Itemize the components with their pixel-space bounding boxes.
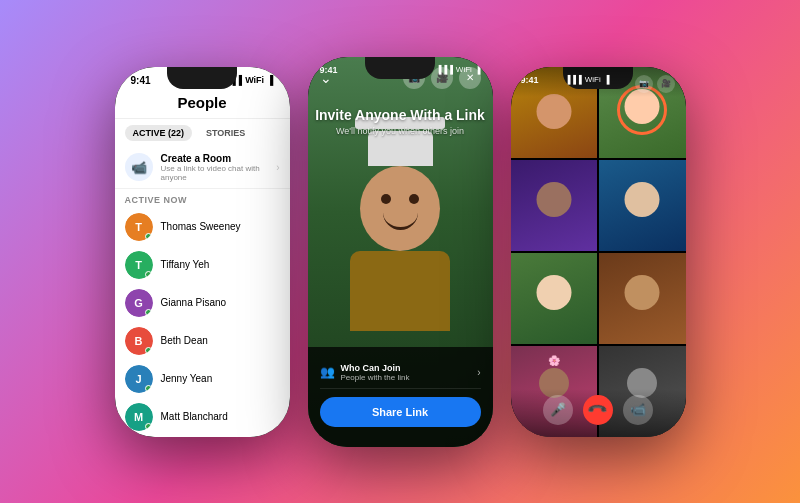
create-room-sub: Use a link to video chat with anyone (161, 164, 269, 182)
online-dot-5 (145, 385, 152, 392)
create-room-text: Create a Room Use a link to video chat w… (161, 153, 269, 182)
center-battery-icon: ▐ (475, 65, 481, 75)
invite-title: Invite Anyone With a Link (308, 107, 493, 123)
video-3-bg (511, 160, 598, 251)
contact-row-2[interactable]: T Tiffany Yeh (115, 246, 290, 284)
left-header: People (115, 90, 290, 119)
avatar-1: T (125, 213, 153, 241)
face-1 (536, 94, 571, 129)
center-status-row: 9:41 ▐▐▐ WiFi ▐ (320, 65, 481, 75)
contact-row-3[interactable]: G Gianna Pisano (115, 284, 290, 322)
eyes (360, 166, 440, 204)
stories-tab[interactable]: STORIES (198, 125, 253, 141)
camera-icon[interactable]: 📷 (635, 75, 653, 93)
avatar-6: M (125, 403, 153, 431)
phone-right: 🌸 9:41 ▐▐▐ WiFi ▐ 📷 🎥 (511, 67, 686, 437)
invite-subtitle: We'll notify you when others join (308, 126, 493, 136)
body (350, 251, 450, 331)
video-icon[interactable]: 🎥 (657, 75, 675, 93)
eye-left (381, 194, 391, 204)
right-top-icons: 📷 🎥 (635, 75, 675, 93)
face-4 (625, 182, 660, 217)
face-container (350, 117, 450, 331)
contact-row-6[interactable]: M Matt Blanchard (115, 398, 290, 436)
active-tab[interactable]: ACTIVE (22) (125, 125, 193, 141)
who-can-join-row[interactable]: 👥 Who Can Join People with the link › (320, 357, 481, 389)
active-now-label: ACTIVE NOW (115, 189, 290, 208)
end-call-button[interactable]: 📞 (577, 388, 619, 430)
video-6-bg (599, 253, 686, 344)
phone-left: 9:41 ▐▐▐ WiFi ▐ People ACTIVE (22) STORI… (115, 67, 290, 437)
face-6 (625, 275, 660, 310)
notch-left (167, 67, 237, 89)
right-time: 9:41 (521, 75, 539, 93)
right-battery-icon: ▐ (604, 75, 610, 93)
mute-button[interactable]: 🎤 (543, 395, 573, 425)
right-bottom-bar: 🎤 📞 📹 (511, 389, 686, 437)
people-title: People (177, 94, 226, 111)
contact-row-1[interactable]: T Thomas Sweeney (115, 208, 290, 246)
eye-right (409, 194, 419, 204)
video-cell-3 (511, 160, 598, 251)
center-signal-icon: ▐▐▐ (436, 65, 453, 75)
right-screen: 🌸 9:41 ▐▐▐ WiFi ▐ 📷 🎥 (511, 67, 686, 437)
who-text: Who Can Join People with the link (341, 363, 410, 382)
video-4-bg (599, 160, 686, 251)
online-dot-2 (145, 271, 152, 278)
contact-row-7[interactable]: R Ron Besselin (115, 436, 290, 437)
contact-name-5: Jenny Yean (161, 373, 213, 384)
contact-name-2: Tiffany Yeh (161, 259, 210, 270)
phone-center: ⌄ 📷 🎥 ✕ Invite Anyone With a Link We'll … (308, 57, 493, 447)
online-dot-3 (145, 309, 152, 316)
invite-overlay: Invite Anyone With a Link We'll notify y… (308, 107, 493, 136)
face-5 (536, 275, 571, 310)
contact-name-4: Beth Dean (161, 335, 208, 346)
online-dot-4 (145, 347, 152, 354)
share-link-button[interactable]: Share Link (320, 397, 481, 427)
avatar-2: T (125, 251, 153, 279)
video-icon: 📹 (131, 160, 147, 175)
phones-container: 9:41 ▐▐▐ WiFi ▐ People ACTIVE (22) STORI… (95, 37, 706, 467)
contact-row-4[interactable]: B Beth Dean (115, 322, 290, 360)
online-dot-1 (145, 233, 152, 240)
center-screen: ⌄ 📷 🎥 ✕ Invite Anyone With a Link We'll … (308, 57, 493, 447)
avatar-4: B (125, 327, 153, 355)
video-person (350, 117, 450, 331)
left-time: 9:41 (131, 75, 151, 86)
battery-icon: ▐ (267, 75, 273, 85)
right-signal-icon: ▐▐▐ (565, 75, 582, 93)
right-status-bar: 9:41 ▐▐▐ WiFi ▐ 📷 🎥 (511, 67, 686, 97)
wifi-icon: WiFi (245, 75, 264, 85)
contact-name-3: Gianna Pisano (161, 297, 227, 308)
right-wifi-icon: WiFi (585, 75, 601, 93)
who-can-join-label: Who Can Join (341, 363, 410, 373)
avatar-5: J (125, 365, 153, 393)
who-left: 👥 Who Can Join People with the link (320, 363, 410, 382)
center-status-icons: ▐▐▐ WiFi ▐ (436, 65, 481, 75)
contact-row-5[interactable]: J Jenny Yean (115, 360, 290, 398)
center-time: 9:41 (320, 65, 338, 75)
video-cell-4 (599, 160, 686, 251)
head (360, 166, 440, 251)
camera-button[interactable]: 📹 (623, 395, 653, 425)
chevron-right-icon: › (276, 162, 279, 173)
ar-flower: 🌸 (548, 355, 560, 366)
people-icon: 👥 (320, 365, 335, 379)
avatar-3: G (125, 289, 153, 317)
right-status-icons: ▐▐▐ WiFi ▐ (565, 75, 610, 93)
center-wifi-icon: WiFi (456, 65, 472, 75)
contact-name-6: Matt Blanchard (161, 411, 228, 422)
who-chevron-icon: › (477, 367, 480, 378)
video-cell-5 (511, 253, 598, 344)
create-room-row[interactable]: 📹 Create a Room Use a link to video chat… (115, 147, 290, 189)
video-cell-6 (599, 253, 686, 344)
face-3 (536, 182, 571, 217)
video-5-bg (511, 253, 598, 344)
create-room-icon: 📹 (125, 153, 153, 181)
create-room-label: Create a Room (161, 153, 269, 164)
tabs-row: ACTIVE (22) STORIES (115, 119, 290, 147)
left-screen: 9:41 ▐▐▐ WiFi ▐ People ACTIVE (22) STORI… (115, 67, 290, 437)
smile (383, 212, 418, 230)
contact-name-1: Thomas Sweeney (161, 221, 241, 232)
online-dot-6 (145, 423, 152, 430)
